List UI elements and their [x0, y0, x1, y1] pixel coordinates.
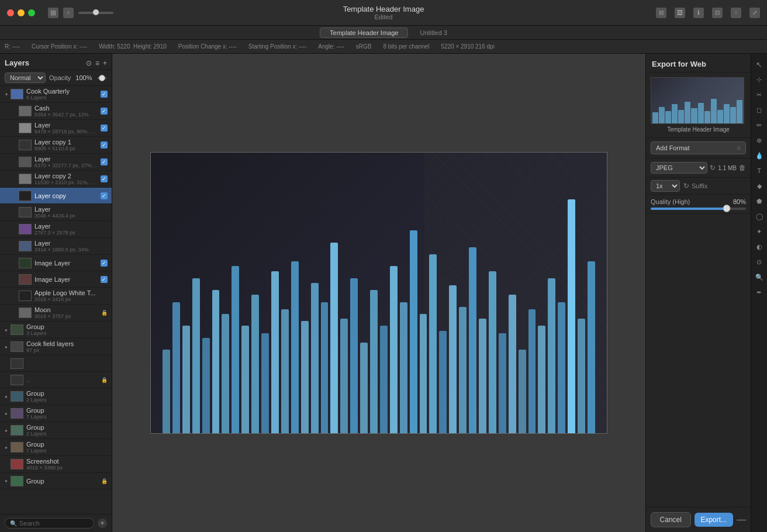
minimize-button[interactable] — [18, 9, 25, 16]
layer-expand-icon[interactable] — [12, 310, 18, 316]
layer-visibility-toggle[interactable] — [100, 141, 108, 149]
collapse-icon[interactable]: — — [737, 514, 746, 525]
layer-item[interactable]: Layer6478 × 28718 px, 80%, Co... — [0, 120, 112, 137]
layers-icon[interactable]: ⊞ — [48, 8, 58, 18]
layer-expand-icon[interactable] — [12, 108, 18, 114]
scale-refresh-icon[interactable]: ↻ — [683, 182, 689, 190]
layer-item[interactable]: ▸Group2 Layers — [0, 422, 112, 439]
image-icon[interactable]: 🖼 — [675, 8, 685, 18]
layer-expand-icon[interactable]: ▸ — [4, 393, 9, 399]
active-tab[interactable]: Template Header Image — [320, 27, 408, 38]
layer-item[interactable]: ▸Group3 Layers — [0, 322, 112, 338]
layer-item[interactable]: Layer2767.3 × 2578 px — [0, 221, 112, 238]
layer-visibility-toggle[interactable] — [100, 124, 108, 132]
quality-label[interactable]: Quality (High) — [651, 198, 690, 205]
layer-item[interactable]: Layer copy 18905 × 5110.8 px — [0, 137, 112, 154]
layer-visibility-toggle[interactable] — [100, 275, 108, 284]
refresh-icon[interactable]: ↻ — [710, 164, 716, 172]
quality-slider-track[interactable] — [651, 208, 746, 210]
export-button[interactable]: Export... — [695, 513, 734, 527]
cancel-button[interactable]: Cancel — [651, 512, 691, 527]
layer-expand-icon[interactable] — [12, 293, 18, 299]
layer-item[interactable]: ▸Group2 Layers — [0, 388, 112, 405]
layer-item[interactable]: ▸Group7 Layers — [0, 439, 112, 456]
slider-control[interactable] — [78, 12, 113, 14]
layers-panel-icon[interactable]: ⊟ — [656, 8, 666, 18]
layer-expand-icon[interactable]: ▸ — [4, 327, 9, 333]
layer-expand-icon[interactable] — [12, 193, 18, 199]
layer-visibility-toggle[interactable] — [100, 192, 108, 200]
layer-item[interactable]: Layer3046 × 4424.4 px — [0, 204, 112, 221]
layer-item[interactable]: Cash5354 × 3542.7 px, 12% — [0, 103, 112, 120]
layer-item[interactable]: Moon3016 × 3757 px🔒 — [0, 305, 112, 322]
export-icon[interactable]: ↑ — [731, 8, 741, 18]
layer-item[interactable]: Screenshot4016 × 3386 px — [0, 456, 112, 473]
layer-item[interactable]: Layer copy 211530 × 2310 px, 31%, Ligh..… — [0, 171, 112, 188]
panel-icon-2[interactable]: ≡ — [95, 59, 99, 67]
share-icon[interactable]: ⊡ — [712, 8, 723, 18]
brush-tool[interactable]: ⬟ — [754, 195, 765, 207]
layer-item[interactable]: Layer copy — [0, 188, 112, 204]
shape-tool[interactable]: ◆ — [754, 180, 765, 192]
layer-visibility-toggle[interactable] — [100, 259, 108, 267]
clone-tool[interactable]: ◐ — [754, 241, 765, 253]
expand-icon[interactable]: ⤢ — [749, 8, 760, 18]
layer-expand-icon[interactable] — [12, 159, 18, 165]
select-tool[interactable]: ◻ — [754, 104, 765, 116]
panel-icon-3[interactable]: + — [103, 59, 107, 67]
dropper-tool[interactable]: 💧 — [754, 150, 765, 161]
maximize-button[interactable] — [28, 9, 35, 16]
layer-expand-icon[interactable] — [12, 176, 18, 182]
scale-select[interactable]: 1x 2x 3x — [651, 180, 680, 192]
layer-visibility-toggle[interactable] — [100, 90, 108, 98]
layer-visibility-toggle[interactable] — [100, 175, 108, 183]
layer-expand-icon[interactable]: ▸ — [4, 344, 9, 350]
layer-item[interactable]: ▸Group🔒 — [0, 473, 112, 489]
pen-tool[interactable]: ✏ — [754, 119, 765, 131]
layer-expand-icon[interactable] — [4, 377, 9, 383]
crop-tool[interactable]: ✂ — [754, 89, 765, 101]
text-tool[interactable]: T — [754, 165, 765, 177]
layer-expand-icon[interactable] — [12, 277, 18, 282]
fill-tool[interactable]: ⊕ — [754, 134, 765, 146]
layer-item[interactable]: Image Layer — [0, 255, 112, 271]
transform-tool[interactable]: ⊹ — [754, 74, 765, 85]
erase-tool[interactable]: ◯ — [754, 210, 765, 222]
layer-item[interactable]: Apple Logo White T...2016 × 2416 px — [0, 288, 112, 305]
add-layer-button[interactable]: + — [98, 519, 107, 528]
layer-expand-icon[interactable]: ▸ — [4, 444, 9, 450]
layer-item[interactable] — [0, 355, 112, 372]
cursor-tool[interactable]: ↖ — [754, 58, 765, 70]
layer-visibility-toggle[interactable] — [100, 158, 108, 166]
tab-untitled[interactable]: Untitled 3 — [420, 29, 447, 36]
add-format-button[interactable]: Add Format ≡ — [651, 141, 746, 154]
layer-expand-icon[interactable] — [12, 243, 18, 249]
layer-expand-icon[interactable] — [4, 461, 9, 467]
gradient-tool[interactable]: ⊙ — [754, 256, 765, 268]
layer-expand-icon[interactable]: ▸ — [4, 427, 9, 433]
layer-expand-icon[interactable] — [12, 226, 18, 232]
close-button[interactable] — [7, 9, 14, 16]
layer-visibility-toggle[interactable] — [100, 107, 108, 115]
layer-expand-icon[interactable]: ▾ — [4, 91, 9, 97]
info-icon[interactable]: ℹ — [693, 8, 704, 18]
layer-item[interactable]: Layer2414 × 1860.5 px, 34% — [0, 238, 112, 255]
layer-item[interactable]: Image Layer — [0, 271, 112, 288]
panel-icon-1[interactable]: ⊙ — [86, 59, 92, 67]
heal-tool[interactable]: ✦ — [754, 226, 765, 237]
layer-expand-icon[interactable] — [12, 142, 18, 148]
zoom-tool[interactable]: 🔍 — [754, 271, 765, 283]
canvas-area[interactable] — [112, 54, 645, 532]
vector-tool[interactable]: ✒ — [754, 286, 765, 298]
quality-thumb[interactable] — [723, 205, 731, 212]
layer-expand-icon[interactable]: ▸ — [4, 410, 9, 416]
delete-icon[interactable]: 🗑 — [739, 164, 746, 172]
format-select[interactable]: JPEG PNG GIF TIFF — [651, 162, 707, 174]
blend-mode-select[interactable]: Normal Multiply Screen — [5, 72, 46, 83]
layer-expand-icon[interactable]: ▸ — [4, 478, 9, 484]
nav-back-icon[interactable]: ‹ — [63, 8, 74, 18]
opacity-thumb[interactable] — [99, 75, 105, 81]
layer-item[interactable]: ▸Cook field layers97 px — [0, 338, 112, 355]
layer-expand-icon[interactable] — [12, 125, 18, 131]
layer-item[interactable]: Layer6370 × 32277.7 px, 37%, L... — [0, 154, 112, 171]
